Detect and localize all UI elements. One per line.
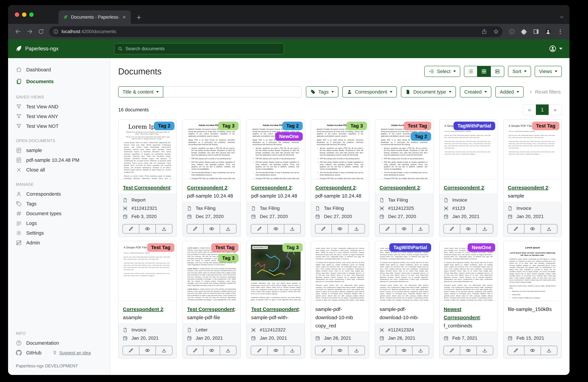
tag-badge[interactable]: Tag 2	[154, 122, 174, 130]
added-filter-button[interactable]: Added	[495, 86, 524, 98]
document-thumbnail[interactable]: Lorem ipsum dolor sit amet, consectetur …	[311, 241, 369, 301]
download-button[interactable]	[476, 346, 493, 355]
tag-badge[interactable]: Tag 3	[218, 254, 239, 262]
reset-filters-button[interactable]: Reset filters	[528, 86, 562, 98]
tag-badge[interactable]: Test Tag	[147, 243, 174, 252]
document-title[interactable]: Correspondent 2: asample	[119, 301, 176, 323]
bookmark-star-icon[interactable]	[493, 29, 499, 34]
view-button[interactable]	[524, 224, 541, 233]
document-card[interactable]: Test TagA Simple PDF FileThis is a small…	[118, 241, 177, 359]
app-brand[interactable]: Paperless-ngx	[15, 45, 59, 52]
sidebar-item-test-view-any[interactable]: Test View ANY	[8, 112, 110, 121]
sidebar-item-settings[interactable]: Settings	[8, 228, 110, 238]
tag-badge[interactable]: NewOne	[275, 132, 303, 141]
sidebar-item-correspondents[interactable]: Correspondents	[8, 189, 110, 199]
close-window-button[interactable]	[15, 12, 19, 17]
document-title[interactable]: Correspondent 2: pdf-sample 10.24.48 PM	[183, 180, 241, 202]
document-title[interactable]: Correspondent 2: sample	[440, 180, 497, 194]
detail-view-button[interactable]	[491, 66, 504, 77]
document-title[interactable]: Correspondent 2: pdf-sample 10.24.48 PM	[247, 180, 305, 202]
document-card[interactable]: Tag 3Adobe Acrobat PDF FilesAdobe® Porta…	[182, 119, 241, 237]
download-button[interactable]	[412, 346, 429, 355]
tag-badge[interactable]: Test Tag	[211, 243, 238, 252]
edit-button[interactable]	[444, 346, 460, 355]
tab-search-chevron-icon[interactable]	[559, 15, 565, 20]
tag-badge[interactable]: Tag 2	[282, 122, 303, 130]
share-icon[interactable]	[482, 29, 487, 34]
tag-badge[interactable]: Tag 3	[282, 243, 303, 252]
tag-badge[interactable]: Tag 2	[411, 132, 431, 141]
correspondent-link[interactable]: Test Correspondent	[123, 185, 170, 190]
next-page-button[interactable]: »	[549, 104, 561, 115]
document-title[interactable]: Correspondent 2: sample	[504, 180, 561, 202]
document-card[interactable]: Tag 2Lorem Ipsum"Neque porro quisquam es…	[118, 119, 177, 237]
correspondent-link[interactable]: Test Correspondent	[251, 306, 299, 312]
document-card[interactable]: Tag 3Boundary Waters TripCurabitur biben…	[246, 241, 305, 359]
sidebar-item-documentation[interactable]: Documentation	[8, 338, 110, 348]
previous-page-button[interactable]: «	[523, 104, 536, 115]
download-button[interactable]	[220, 346, 236, 355]
document-card[interactable]: Test TagTag 2Adobe Acrobat PDF FilesAdob…	[375, 119, 434, 237]
view-button[interactable]	[203, 224, 220, 233]
tag-badge[interactable]: Tag 3	[218, 122, 239, 130]
document-title[interactable]: Correspondent 2: pdf-sample 10.24.48 PM	[311, 180, 369, 202]
document-thumbnail[interactable]: Lorem ipsumLorem ipsum dolor sit amet, c…	[504, 241, 561, 301]
document-card[interactable]: Lorem ipsumLorem ipsum dolor sit amet, c…	[503, 241, 562, 359]
edit-button[interactable]	[123, 224, 139, 233]
sidebar-item-logs[interactable]: Logs	[8, 218, 110, 228]
sidebar-item-tags[interactable]: Tags	[8, 199, 110, 209]
document-title[interactable]: Test Correspondent: A Sample PDF 2	[119, 180, 176, 194]
site-info-icon[interactable]	[53, 29, 59, 34]
view-button[interactable]	[460, 224, 476, 233]
document-title[interactable]: file-sample_150kBs	[504, 301, 561, 332]
download-button[interactable]	[541, 224, 557, 233]
current-page-button[interactable]: 1	[536, 104, 549, 115]
download-button[interactable]	[476, 224, 493, 233]
title-content-dropdown-button[interactable]: Title & content	[118, 86, 163, 98]
document-title[interactable]: Test Correspondent: sample-pdf-with-imag…	[247, 301, 305, 323]
edit-button[interactable]	[187, 346, 203, 355]
sidebar-item-admin[interactable]: Admin	[8, 238, 110, 248]
tag-badge[interactable]: TagWithPartial	[389, 243, 431, 252]
document-card[interactable]: TagWithPartialLorem ipsum dolor sit amet…	[375, 241, 434, 359]
tag-badge[interactable]: Test Tag	[404, 122, 431, 130]
download-button[interactable]	[348, 346, 365, 355]
document-card[interactable]: TagWithPartialA Simple PDF FileThis is a…	[439, 119, 498, 237]
view-button[interactable]	[396, 346, 412, 355]
edit-button[interactable]	[379, 346, 396, 355]
edit-button[interactable]	[251, 346, 267, 355]
edit-button[interactable]	[187, 224, 203, 233]
side-panel-icon[interactable]	[533, 28, 539, 35]
global-search[interactable]	[114, 43, 284, 54]
views-dropdown-button[interactable]: Views	[535, 66, 562, 77]
document-card[interactable]: Tag 2NewOneAdobe Acrobat PDF FilesAdobe®…	[246, 119, 305, 237]
browser-tab[interactable]: Documents - Paperless-ngx	[59, 10, 131, 24]
tag-badge[interactable]: NewOne	[468, 243, 495, 252]
download-button[interactable]	[348, 224, 365, 233]
document-card[interactable]: NewOneLorem ipsum dolor sit amet, consec…	[439, 241, 498, 359]
browser-menu-dots-icon[interactable]	[557, 28, 564, 35]
document-card[interactable]: Test TagTag 3Lorem Ipsum is simply dummy…	[182, 241, 241, 359]
suggest-idea-link[interactable]: Suggest an idea	[52, 350, 91, 356]
tag-badge[interactable]: TagWithPartial	[454, 122, 495, 130]
minimize-window-button[interactable]	[22, 12, 26, 17]
correspondent-filter-button[interactable]: Correspondent	[342, 86, 397, 98]
view-button[interactable]	[332, 346, 348, 355]
correspondent-link[interactable]: Correspondent 2	[251, 185, 292, 190]
edit-button[interactable]	[508, 224, 524, 233]
tab-close-icon[interactable]	[122, 15, 126, 19]
view-button[interactable]	[396, 224, 412, 233]
sidebar-item-github[interactable]: GitHubSuggest an idea	[8, 348, 110, 358]
new-tab-button[interactable]	[136, 15, 142, 20]
document-type-filter-button[interactable]: Document type	[401, 86, 456, 98]
correspondent-link[interactable]: Correspondent 2	[379, 185, 420, 190]
document-title[interactable]: Newest Correspondent: f_combineds	[440, 301, 497, 332]
document-card[interactable]: Lorem ipsum dolor sit amet, consectetur …	[311, 241, 369, 359]
view-button[interactable]	[267, 224, 284, 233]
correspondent-link[interactable]: Correspondent 2	[187, 185, 228, 190]
sidebar-item-pdf-sample-10-24-48-pm[interactable]: pdf-sample 10.24.48 PM	[8, 155, 110, 165]
search-input[interactable]	[126, 46, 280, 51]
correspondent-link[interactable]: Correspondent 2	[315, 185, 356, 190]
document-card[interactable]: Test TagA Simple PDF FileThis is a small…	[503, 119, 562, 237]
select-dropdown-button[interactable]: Select	[424, 66, 460, 77]
